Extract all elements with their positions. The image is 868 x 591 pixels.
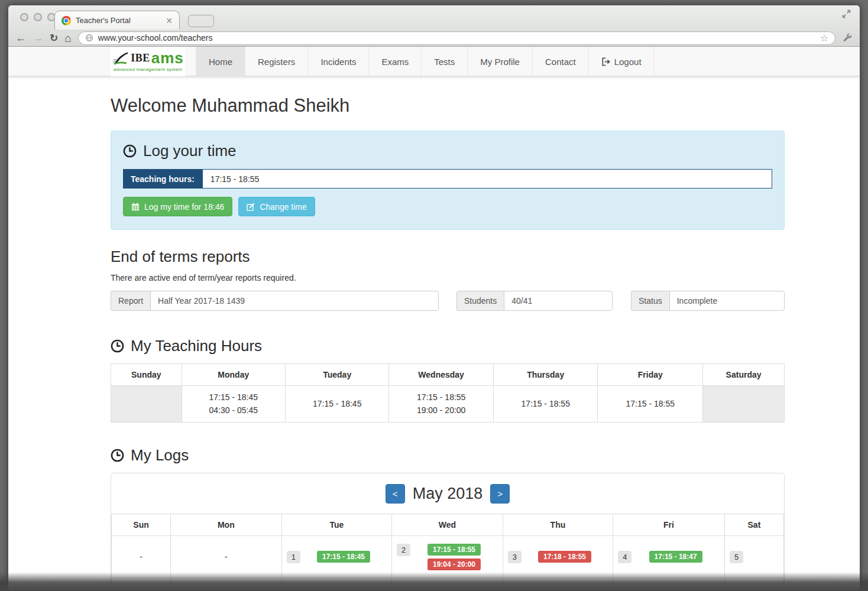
log-time-badge[interactable]: 17:18 - 18:55 [538,551,591,563]
window-control-button[interactable] [34,13,42,21]
field-status: StatusIncomplete [631,291,785,311]
calendar-cell-inner: 5 [730,551,779,563]
teaching-day-header: Wednesday [389,364,494,386]
log-time-badge[interactable]: 19:04 - 20:00 [427,558,481,570]
main-content: Welcome Muhammad Sheikh Log your time Te… [111,95,785,590]
browser-chrome: Teacher's Portal ✕ ← → ↻ ⌂ www.your [8,5,860,47]
reports-section: End of terms reports There are active en… [111,248,785,311]
calendar-day-number[interactable]: 3 [508,551,522,563]
clock-icon [111,449,124,462]
log-my-time-button[interactable]: Log my time for 18:46 [123,197,232,216]
teaching-slot-cell: 17:15 - 18:55 [598,386,703,423]
reports-subtitle: There are active end of term/year report… [111,273,785,282]
change-time-button[interactable]: Change time [238,197,315,216]
prev-month-button[interactable]: < [386,484,405,504]
calendar-day-number[interactable]: 5 [730,551,743,563]
calendar-day-number[interactable]: 2 [397,544,410,556]
reload-button[interactable]: ↻ [50,33,58,43]
browser-toolbar: ← → ↻ ⌂ www.your-school.com/teachers ☆ [8,29,860,47]
page-content: IBE ams advanced management system HomeR… [8,47,860,590]
calendar-header-row: SunMonTueWedThuFriSat [112,514,784,536]
nav-item-incidents[interactable]: Incidents [308,47,369,76]
calendar-cell-inner: 317:18 - 18:55 [508,551,608,563]
teaching-slot-cell: 17:15 - 18:45 [285,386,388,423]
teaching-day-header: Tueday [285,364,388,386]
teaching-hours-title: My Teaching Hours [131,337,262,355]
next-month-button[interactable]: > [490,484,510,504]
teaching-time: 04:30 - 05:45 [187,404,280,417]
field-value[interactable]: Incomplete [669,291,785,311]
teaching-hours-title-row: My Teaching Hours [111,337,785,355]
home-button[interactable]: ⌂ [64,33,71,44]
back-button[interactable]: ← [15,33,26,43]
tab-strip: Teacher's Portal ✕ [8,5,860,29]
clock-icon [111,339,124,353]
nav-item-logout[interactable]: Logout [589,47,655,76]
teaching-hours-label: Teaching hours: [123,169,202,189]
log-time-title: Log your time [143,142,237,160]
nav-item-label: Contact [545,57,576,67]
teaching-time: 17:15 - 18:45 [187,391,280,404]
log-my-time-label: Log my time for 18:46 [144,202,224,212]
expand-window-icon[interactable] [841,9,851,21]
report-fields: ReportHalf Year 2017-18 1439Students40/4… [111,291,785,311]
log-time-badge[interactable]: 17:15 - 18:45 [317,551,370,563]
calendar-day-number[interactable]: 4 [618,551,631,563]
calendar-day-header: Wed [392,514,503,536]
new-tab-button[interactable] [188,15,214,27]
nav-item-registers[interactable]: Registers [245,47,308,76]
calendar-day-number[interactable]: 1 [287,551,300,563]
window-control-button[interactable] [20,13,28,21]
logo-text-ams: ams [151,53,184,64]
log-time-title-row: Log your time [123,142,772,160]
address-bar[interactable]: www.your-school.com/teachers ☆ [78,31,835,45]
field-label: Status [631,291,669,311]
teaching-day-header: Friday [598,364,703,386]
page-title: Welcome Muhammad Sheikh [111,95,785,116]
teaching-hours-input[interactable]: 17:15 - 18:55 [202,169,772,189]
teaching-time: 19:00 - 20:00 [394,404,488,417]
field-students: Students40/41 [456,291,613,311]
tab-close-icon[interactable]: ✕ [166,17,173,25]
calendar-cell-inner: 417:15 - 18:47 [618,551,720,563]
teaching-hours-table: SundayMondayTuedayWednesdayThursdayFrida… [111,363,785,423]
nav-item-label: Home [209,57,232,67]
field-label: Students [456,291,504,311]
nav-item-label: Tests [434,57,455,67]
calendar-day-header: Thu [503,514,613,536]
reports-title: End of terms reports [111,248,785,266]
logout-icon [601,57,610,66]
nav-item-tests[interactable]: Tests [422,47,468,76]
teaching-hours-section: My Teaching Hours SundayMondayTuedayWedn… [111,337,785,423]
field-value[interactable]: 40/41 [504,291,613,311]
nav-item-label: My Profile [480,57,520,67]
nav-item-home[interactable]: Home [196,47,245,76]
site-navbar: IBE ams advanced management system HomeR… [8,47,860,76]
nav-item-my-profile[interactable]: My Profile [468,47,533,76]
teaching-day-header: Saturday [703,364,785,386]
browser-tab[interactable]: Teacher's Portal ✕ [54,11,180,30]
logs-title-row: My Logs [111,446,785,465]
clock-icon [123,144,137,158]
nav-item-contact[interactable]: Contact [533,47,589,76]
bookmark-star-icon[interactable]: ☆ [820,33,828,44]
log-time-badge[interactable]: 17:15 - 18:55 [427,544,481,556]
log-time-badge[interactable]: 17:15 - 18:47 [649,551,702,563]
change-time-label: Change time [260,202,306,212]
nav-item-label: Incidents [320,57,356,67]
chrome-favicon-icon [61,16,71,25]
teaching-slot-cell [111,386,182,423]
edit-icon [247,203,255,211]
field-value[interactable]: Half Year 2017-18 1439 [150,291,439,311]
nav-item-label: Exams [381,57,409,67]
wrench-menu-icon[interactable] [842,33,853,43]
teaching-day-header: Thursday [493,364,598,386]
teaching-time: 17:15 - 18:55 [498,398,593,411]
nav-item-label: Registers [258,57,295,67]
site-logo[interactable]: IBE ams advanced management system [111,47,185,76]
forward-button[interactable]: → [33,33,43,43]
nav-item-exams[interactable]: Exams [369,47,422,76]
logs-title: My Logs [131,446,189,465]
nav-menu: HomeRegistersIncidentsExamsTestsMy Profi… [196,47,655,76]
calendar-day-header: Tue [281,514,391,536]
